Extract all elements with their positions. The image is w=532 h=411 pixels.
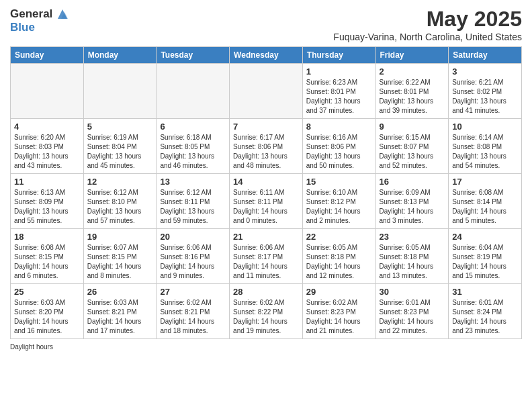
day-number: 31 [452,287,518,297]
day-cell: 23Sunrise: 6:05 AM Sunset: 8:18 PM Dayli… [375,229,449,284]
day-cell: 30Sunrise: 6:01 AM Sunset: 8:23 PM Dayli… [375,284,449,339]
day-number: 11 [14,177,80,187]
day-cell: 31Sunrise: 6:01 AM Sunset: 8:24 PM Dayli… [449,284,522,339]
col-header-monday: Monday [83,47,157,64]
day-number: 29 [306,287,372,297]
day-cell: 4Sunrise: 6:20 AM Sunset: 8:03 PM Daylig… [11,119,84,174]
day-info: Sunrise: 6:12 AM Sunset: 8:10 PM Dayligh… [87,188,153,226]
day-cell: 3Sunrise: 6:21 AM Sunset: 8:02 PM Daylig… [449,64,522,119]
day-cell: 12Sunrise: 6:12 AM Sunset: 8:10 PM Dayli… [83,174,157,229]
week-row-2: 4Sunrise: 6:20 AM Sunset: 8:03 PM Daylig… [11,119,522,174]
day-number: 4 [14,122,80,132]
day-info: Sunrise: 6:18 AM Sunset: 8:05 PM Dayligh… [160,133,226,171]
day-cell: 5Sunrise: 6:19 AM Sunset: 8:04 PM Daylig… [83,119,157,174]
day-cell: 20Sunrise: 6:06 AM Sunset: 8:16 PM Dayli… [157,229,230,284]
day-cell: 27Sunrise: 6:02 AM Sunset: 8:21 PM Dayli… [157,284,230,339]
day-cell: 6Sunrise: 6:18 AM Sunset: 8:05 PM Daylig… [157,119,230,174]
day-cell: 16Sunrise: 6:09 AM Sunset: 8:13 PM Dayli… [375,174,449,229]
day-number: 10 [452,122,518,132]
day-number: 18 [14,232,80,242]
day-number: 2 [380,66,445,77]
day-cell [230,64,303,119]
week-row-4: 18Sunrise: 6:08 AM Sunset: 8:15 PM Dayli… [11,229,522,284]
day-info: Sunrise: 6:12 AM Sunset: 8:11 PM Dayligh… [160,188,226,226]
header: General Blue May 2025 Fuquay-Varina, Nor… [10,7,522,42]
day-info: Sunrise: 6:08 AM Sunset: 8:14 PM Dayligh… [452,188,518,226]
day-cell [11,64,84,119]
title-area: May 2025 Fuquay-Varina, North Carolina, … [333,7,522,42]
footer: Daylight hours [10,343,522,351]
week-row-5: 25Sunrise: 6:03 AM Sunset: 8:20 PM Dayli… [11,284,522,339]
day-cell: 19Sunrise: 6:07 AM Sunset: 8:15 PM Dayli… [83,229,157,284]
col-header-wednesday: Wednesday [230,47,303,64]
day-cell: 28Sunrise: 6:02 AM Sunset: 8:22 PM Dayli… [230,284,303,339]
day-cell: 17Sunrise: 6:08 AM Sunset: 8:14 PM Dayli… [449,174,522,229]
day-info: Sunrise: 6:17 AM Sunset: 8:06 PM Dayligh… [233,133,299,171]
day-info: Sunrise: 6:01 AM Sunset: 8:24 PM Dayligh… [452,298,518,336]
day-cell: 11Sunrise: 6:13 AM Sunset: 8:09 PM Dayli… [11,174,84,229]
day-number: 15 [306,177,372,187]
day-cell: 8Sunrise: 6:16 AM Sunset: 8:06 PM Daylig… [302,119,375,174]
day-info: Sunrise: 6:06 AM Sunset: 8:17 PM Dayligh… [233,243,299,281]
day-number: 9 [380,122,445,132]
calendar-table: SundayMondayTuesdayWednesdayThursdayFrid… [10,46,522,339]
day-number: 1 [306,66,372,77]
main-title: May 2025 [333,7,522,32]
day-info: Sunrise: 6:11 AM Sunset: 8:11 PM Dayligh… [233,188,299,226]
day-cell: 29Sunrise: 6:02 AM Sunset: 8:23 PM Dayli… [302,284,375,339]
day-info: Sunrise: 6:09 AM Sunset: 8:13 PM Dayligh… [380,188,445,226]
day-cell: 7Sunrise: 6:17 AM Sunset: 8:06 PM Daylig… [230,119,303,174]
day-number: 22 [306,232,372,242]
day-number: 6 [160,122,226,132]
col-header-sunday: Sunday [11,47,84,64]
day-info: Sunrise: 6:13 AM Sunset: 8:09 PM Dayligh… [14,188,80,226]
day-cell: 13Sunrise: 6:12 AM Sunset: 8:11 PM Dayli… [157,174,230,229]
day-number: 26 [87,287,153,297]
col-header-thursday: Thursday [302,47,375,64]
day-number: 21 [233,232,299,242]
day-info: Sunrise: 6:01 AM Sunset: 8:23 PM Dayligh… [380,298,445,336]
day-info: Sunrise: 6:05 AM Sunset: 8:18 PM Dayligh… [306,243,372,281]
day-number: 25 [14,287,80,297]
day-number: 19 [87,232,153,242]
day-info: Sunrise: 6:22 AM Sunset: 8:01 PM Dayligh… [380,78,445,116]
day-info: Sunrise: 6:20 AM Sunset: 8:03 PM Dayligh… [14,133,80,171]
day-cell: 24Sunrise: 6:04 AM Sunset: 8:19 PM Dayli… [449,229,522,284]
day-cell: 18Sunrise: 6:08 AM Sunset: 8:15 PM Dayli… [11,229,84,284]
day-info: Sunrise: 6:21 AM Sunset: 8:02 PM Dayligh… [452,78,518,116]
logo-text: General [10,8,52,21]
day-info: Sunrise: 6:08 AM Sunset: 8:15 PM Dayligh… [14,243,80,281]
day-number: 5 [87,122,153,132]
day-number: 7 [233,122,299,132]
day-info: Sunrise: 6:02 AM Sunset: 8:21 PM Dayligh… [160,298,226,336]
day-cell [157,64,230,119]
day-number: 13 [160,177,226,187]
day-cell: 10Sunrise: 6:14 AM Sunset: 8:08 PM Dayli… [449,119,522,174]
day-cell: 26Sunrise: 6:03 AM Sunset: 8:21 PM Dayli… [83,284,157,339]
day-number: 23 [380,232,445,242]
col-header-tuesday: Tuesday [157,47,230,64]
day-info: Sunrise: 6:05 AM Sunset: 8:18 PM Dayligh… [380,243,445,281]
day-number: 16 [380,177,445,187]
day-info: Sunrise: 6:15 AM Sunset: 8:07 PM Dayligh… [380,133,445,171]
logo-blue: Blue [10,21,70,34]
day-number: 20 [160,232,226,242]
day-cell: 1Sunrise: 6:23 AM Sunset: 8:01 PM Daylig… [302,64,375,119]
day-cell [83,64,157,119]
day-info: Sunrise: 6:06 AM Sunset: 8:16 PM Dayligh… [160,243,226,281]
day-info: Sunrise: 6:23 AM Sunset: 8:01 PM Dayligh… [306,78,372,116]
day-info: Sunrise: 6:02 AM Sunset: 8:22 PM Dayligh… [233,298,299,336]
col-header-friday: Friday [375,47,449,64]
day-info: Sunrise: 6:19 AM Sunset: 8:04 PM Dayligh… [87,133,153,171]
day-cell: 2Sunrise: 6:22 AM Sunset: 8:01 PM Daylig… [375,64,449,119]
logo-icon [55,7,70,21]
day-info: Sunrise: 6:07 AM Sunset: 8:15 PM Dayligh… [87,243,153,281]
day-cell: 22Sunrise: 6:05 AM Sunset: 8:18 PM Dayli… [302,229,375,284]
day-info: Sunrise: 6:02 AM Sunset: 8:23 PM Dayligh… [306,298,372,336]
day-info: Sunrise: 6:10 AM Sunset: 8:12 PM Dayligh… [306,188,372,226]
subtitle: Fuquay-Varina, North Carolina, United St… [333,32,522,42]
calendar-header-row: SundayMondayTuesdayWednesdayThursdayFrid… [11,47,522,64]
day-info: Sunrise: 6:14 AM Sunset: 8:08 PM Dayligh… [452,133,518,171]
day-number: 14 [233,177,299,187]
day-cell: 15Sunrise: 6:10 AM Sunset: 8:12 PM Dayli… [302,174,375,229]
